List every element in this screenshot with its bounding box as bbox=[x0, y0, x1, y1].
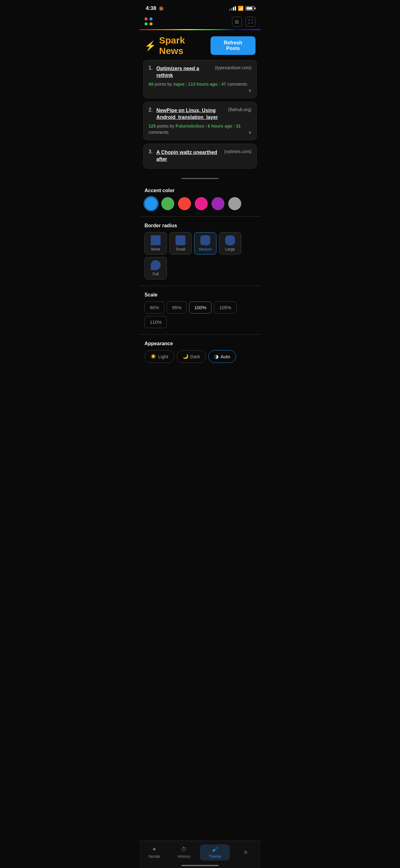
border-radius-section: Border radius None Small Medium Large Fu… bbox=[144, 223, 256, 279]
post-domain-3: (nytimes.com) bbox=[224, 149, 252, 154]
chevron-down-icon-2[interactable]: ∨ bbox=[248, 130, 252, 135]
color-pink[interactable] bbox=[195, 197, 208, 210]
radius-small-preview bbox=[175, 235, 186, 245]
battery-icon bbox=[245, 6, 254, 10]
moon-icon: 🌙 bbox=[182, 353, 189, 359]
sun-icon: ☀️ bbox=[151, 353, 156, 359]
light-label: Light bbox=[158, 354, 168, 359]
nav-spacer bbox=[139, 374, 261, 402]
post-number-3: 3. bbox=[148, 149, 153, 155]
radius-none-preview bbox=[151, 235, 161, 245]
color-green[interactable] bbox=[161, 197, 174, 210]
scroll-indicator bbox=[139, 172, 261, 183]
post-points-1: 69 bbox=[148, 82, 154, 87]
color-red[interactable] bbox=[178, 197, 191, 210]
post-meta-2: 125 points by FuturisticGoo | 6 hours ag… bbox=[148, 124, 252, 135]
status-icons: 📶 bbox=[229, 6, 254, 11]
scale-100-button[interactable]: 100% bbox=[189, 302, 211, 314]
app-logo-dots bbox=[144, 18, 153, 26]
radius-large-button[interactable]: Large bbox=[219, 232, 241, 254]
appearance-auto-button[interactable]: ◑ Auto bbox=[208, 350, 236, 363]
post-domain-2: (flathub.org) bbox=[228, 107, 252, 112]
auto-icon: ◑ bbox=[214, 353, 219, 360]
expand-button[interactable]: ⛶ bbox=[245, 17, 256, 27]
auto-label: Auto bbox=[221, 354, 230, 359]
radius-none-label: None bbox=[151, 247, 160, 251]
post-title-row-3: 3. A Chopin waltz unearthed after (nytim… bbox=[148, 149, 252, 163]
scale-options: 90% 95% 100% 105% 110% bbox=[144, 302, 256, 328]
divider-1 bbox=[139, 216, 261, 217]
settings-panel: Accent color Border radius None Small M bbox=[139, 183, 261, 374]
scale-95-button[interactable]: 95% bbox=[167, 302, 187, 314]
scale-label: Scale bbox=[144, 292, 256, 298]
post-card-1[interactable]: 1. Optimizers need a rethink (typesaniti… bbox=[143, 60, 257, 98]
radius-none-button[interactable]: None bbox=[144, 232, 167, 254]
post-title-1[interactable]: Optimizers need a rethink bbox=[156, 65, 212, 79]
app-title: ⚡ Spark News bbox=[144, 35, 210, 56]
radius-full-preview bbox=[151, 260, 161, 270]
divider-3 bbox=[139, 334, 261, 335]
accent-color-label: Accent color bbox=[144, 188, 256, 193]
appearance-section: Appearance ☀️ Light 🌙 Dark ◑ Auto bbox=[144, 341, 256, 363]
post-time-1: 113 hours ago bbox=[188, 82, 218, 87]
app-header: ⚡ Spark News Refresh Posts bbox=[139, 30, 261, 60]
status-time: 4:38 bbox=[146, 5, 156, 11]
scale-section: Scale 90% 95% 100% 105% 110% bbox=[144, 292, 256, 328]
toolbar-right: ⊡ ⛶ bbox=[232, 17, 256, 27]
radius-large-preview bbox=[225, 235, 235, 245]
lightning-icon: ⚡ bbox=[144, 40, 156, 51]
post-title-3[interactable]: A Chopin waltz unearthed after bbox=[156, 149, 222, 163]
appearance-options: ☀️ Light 🌙 Dark ◑ Auto bbox=[144, 350, 256, 363]
post-time-2: 6 hours ago bbox=[208, 124, 232, 128]
scroll-bar bbox=[181, 178, 219, 179]
post-card-3[interactable]: 3. A Chopin waltz unearthed after (nytim… bbox=[143, 144, 257, 168]
post-number-2: 2. bbox=[148, 107, 153, 113]
signal-bars bbox=[229, 6, 236, 10]
border-radius-label: Border radius bbox=[144, 223, 256, 228]
scale-90-button[interactable]: 90% bbox=[144, 302, 164, 314]
post-author-1: ingve bbox=[173, 82, 185, 87]
radius-medium-button[interactable]: Medium bbox=[194, 232, 216, 254]
top-toolbar: ⊡ ⛶ bbox=[139, 16, 261, 29]
radius-full-label: Full bbox=[153, 272, 159, 276]
radius-small-button[interactable]: Small bbox=[169, 232, 192, 254]
radius-full-button[interactable]: Full bbox=[144, 257, 167, 279]
dark-label: Dark bbox=[190, 354, 200, 359]
post-comments-2: 31 bbox=[236, 124, 241, 128]
app-name: Spark News bbox=[159, 35, 210, 56]
refresh-posts-button[interactable]: Refresh Posts bbox=[210, 36, 256, 55]
divider-2 bbox=[139, 286, 261, 286]
posts-list: 1. Optimizers need a rethink (typesaniti… bbox=[139, 60, 261, 168]
post-title-2[interactable]: NewPipe on Linux, Using Android_translat… bbox=[156, 108, 218, 120]
color-purple[interactable] bbox=[211, 197, 225, 210]
bell-icon: 🔕 bbox=[159, 6, 164, 11]
monitor-icon: ⊡ bbox=[235, 19, 239, 24]
radius-medium-preview bbox=[200, 235, 210, 245]
accent-color-section: Accent color bbox=[144, 188, 256, 210]
post-card-2[interactable]: 2. NewPipe on Linux, Using Android_trans… bbox=[143, 102, 257, 140]
color-options bbox=[144, 197, 256, 210]
post-meta-1: 69 points by ingve | 113 hours ago | 47 … bbox=[148, 82, 252, 93]
post-author-2: FuturisticGoo bbox=[175, 124, 204, 128]
monitor-button[interactable]: ⊡ bbox=[232, 17, 242, 27]
post-comments-1: 47 bbox=[221, 82, 226, 87]
chevron-down-icon-1[interactable]: ∨ bbox=[248, 88, 252, 93]
appearance-dark-button[interactable]: 🌙 Dark bbox=[177, 350, 206, 363]
color-blue[interactable] bbox=[144, 197, 158, 210]
appearance-light-button[interactable]: ☀️ Light bbox=[144, 350, 174, 363]
scale-105-button[interactable]: 105% bbox=[214, 302, 236, 314]
post-domain-1: (typesanitizer.com) bbox=[215, 65, 252, 70]
radius-small-label: Small bbox=[176, 247, 185, 251]
appearance-label: Appearance bbox=[144, 341, 256, 346]
post-title-block-2: NewPipe on Linux, Using Android_translat… bbox=[156, 107, 226, 121]
scale-110-button[interactable]: 110% bbox=[144, 316, 167, 328]
radius-large-label: Large bbox=[226, 247, 235, 251]
post-number-1: 1. bbox=[148, 65, 153, 71]
post-points-2: 125 bbox=[148, 124, 156, 128]
radius-options: None Small Medium Large Full bbox=[144, 232, 256, 279]
expand-icon: ⛶ bbox=[248, 19, 253, 24]
status-bar: 4:38 🔕 📶 bbox=[139, 0, 261, 16]
color-gray[interactable] bbox=[228, 197, 241, 210]
post-title-row-2: 2. NewPipe on Linux, Using Android_trans… bbox=[148, 107, 252, 121]
radius-medium-label: Medium bbox=[199, 247, 212, 251]
